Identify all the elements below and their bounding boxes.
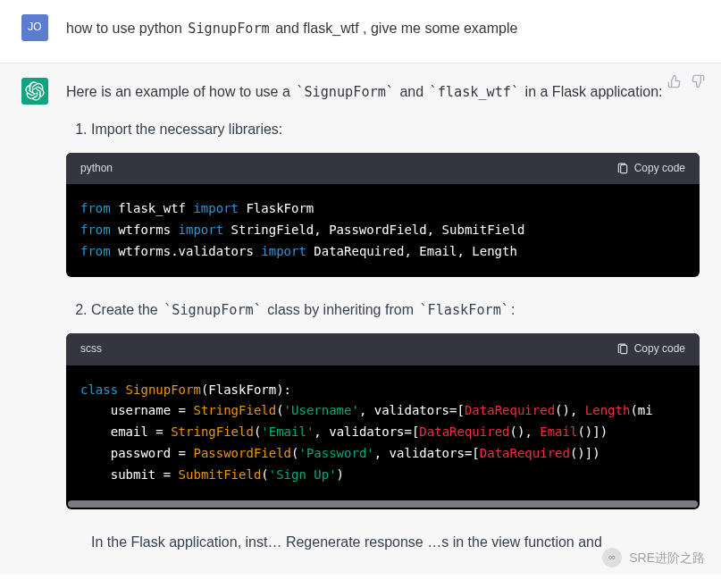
tok: StringField	[193, 403, 276, 417]
user-avatar: JO	[21, 14, 48, 41]
watermark: ∞ SRE进阶之路	[602, 548, 705, 567]
code-lang-label: scss	[80, 340, 102, 357]
step-1: Import the necessary libraries:	[91, 118, 700, 141]
assistant-avatar	[21, 78, 48, 105]
tok: StringField, PasswordField, SubmitField	[223, 223, 524, 237]
code-content: from flask_wtf import FlaskForm from wtf…	[80, 198, 685, 262]
tok: class	[80, 382, 118, 397]
user-text-suffix: , give me some example	[359, 21, 518, 36]
tok: DataRequired	[419, 424, 509, 439]
tok: StringField	[171, 424, 254, 439]
code-block-2: scss Copy code class SignupForm(FlaskFor…	[66, 333, 700, 508]
tok: wtforms.validators	[111, 244, 262, 258]
tok: from	[80, 244, 111, 258]
inline-code: `SignupForm`	[294, 84, 396, 100]
thumbs-down-icon	[691, 74, 705, 88]
tok: ()]	[570, 446, 592, 460]
tok: Email	[540, 424, 577, 439]
intro-suffix: in a Flask application:	[521, 84, 662, 99]
clipboard-icon	[616, 343, 629, 356]
step-list-2: Create the `SignupForm` class by inherit…	[66, 298, 700, 322]
svg-rect-1	[620, 345, 626, 353]
tok: email	[111, 424, 148, 439]
tok: 'Sign Up'	[269, 467, 337, 482]
inline-code: SignupForm	[186, 21, 271, 37]
feedback-buttons	[667, 74, 705, 88]
tok: (mi	[630, 403, 652, 417]
tok: import	[179, 223, 224, 237]
tok: SignupForm	[126, 382, 201, 397]
copy-code-button[interactable]: Copy code	[616, 160, 685, 177]
user-message-row: JO how to use python SignupForm and flas…	[0, 0, 721, 63]
copy-label: Copy code	[634, 160, 685, 177]
watermark-text: SRE进阶之路	[629, 548, 705, 567]
step2-mid: class by inheriting from	[264, 302, 418, 317]
tok: wtforms	[111, 223, 179, 237]
code-body[interactable]: class SignupForm(FlaskForm): username = …	[66, 365, 700, 500]
tok: from	[80, 201, 111, 215]
step-list-1: Import the necessary libraries:	[66, 118, 700, 141]
code-header: python Copy code	[66, 153, 700, 184]
assistant-intro: Here is an example of how to use a `Sign…	[66, 80, 700, 104]
code-header: scss Copy code	[66, 333, 700, 365]
user-text-prefix: how to use python	[66, 21, 186, 36]
step2-prefix: Create the	[91, 302, 162, 317]
inline-code: `SignupForm`	[162, 302, 264, 318]
tok: FlaskForm	[239, 201, 314, 215]
intro-mid: and	[396, 84, 428, 99]
tok: ()	[555, 403, 570, 417]
tok: )	[337, 467, 344, 482]
tok: 'Email'	[261, 424, 314, 439]
tok: DataRequired	[465, 403, 555, 417]
tok: flask_wtf	[111, 201, 194, 215]
tok: from	[80, 223, 111, 237]
intro-prefix: Here is an example of how to use a	[66, 84, 294, 99]
tok: ,	[524, 424, 540, 439]
watermark-icon: ∞	[602, 548, 622, 567]
step-2: Create the `SignupForm` class by inherit…	[91, 298, 700, 322]
thumbs-up-button[interactable]	[667, 74, 682, 88]
tok: )	[600, 424, 608, 439]
code-block-1: python Copy code from flask_wtf import F…	[66, 153, 700, 277]
tok: , validators=[	[359, 403, 465, 417]
tok: ,	[570, 403, 585, 417]
tok: 'Password'	[298, 446, 373, 460]
inline-code: `flask_wtf`	[428, 84, 522, 100]
tok: username	[111, 403, 171, 417]
tok: DataRequired	[480, 446, 570, 460]
tok: PasswordField	[193, 446, 291, 460]
copy-label: Copy code	[634, 340, 685, 357]
tok: import	[261, 244, 306, 258]
clipboard-icon	[616, 163, 629, 175]
code-content: class SignupForm(FlaskForm): username = …	[80, 380, 685, 486]
tok: , validators=[	[314, 424, 419, 439]
tok: ()	[510, 424, 525, 439]
assistant-message-row: Here is an example of how to use a `Sign…	[0, 63, 721, 575]
avatar-initials: JO	[28, 19, 41, 36]
tok: , validators=[	[374, 446, 480, 460]
code-body[interactable]: from flask_wtf import FlaskForm from wtf…	[66, 184, 700, 276]
assistant-message-content: Here is an example of how to use a `Sign…	[66, 78, 700, 553]
step2-suffix: :	[511, 302, 515, 317]
copy-code-button[interactable]: Copy code	[616, 340, 685, 357]
code-lang-label: python	[80, 160, 113, 177]
thumbs-down-button[interactable]	[691, 74, 705, 88]
inline-code: `FlaskForm`	[417, 302, 511, 318]
tok: )	[592, 446, 599, 460]
svg-rect-0	[620, 164, 626, 172]
step-1-text: Import the necessary libraries:	[91, 122, 282, 137]
user-text-mid: and	[272, 21, 304, 36]
tok: submit	[111, 467, 156, 482]
tok: 'Username'	[284, 403, 359, 417]
horizontal-scrollbar[interactable]	[68, 500, 698, 508]
thumbs-up-icon	[667, 74, 682, 88]
tok: import	[193, 201, 239, 215]
tok: Length	[585, 403, 631, 417]
tok: SubmitField	[179, 467, 262, 482]
tok: FlaskForm	[208, 382, 276, 397]
tok: DataRequired, Email, Length	[306, 244, 517, 258]
user-message-content: how to use python SignupForm and flask_w…	[66, 14, 700, 41]
assistant-logo-icon	[25, 81, 45, 101]
tok: ()]	[577, 424, 599, 439]
user-text-code2: flask_wtf	[303, 21, 358, 36]
